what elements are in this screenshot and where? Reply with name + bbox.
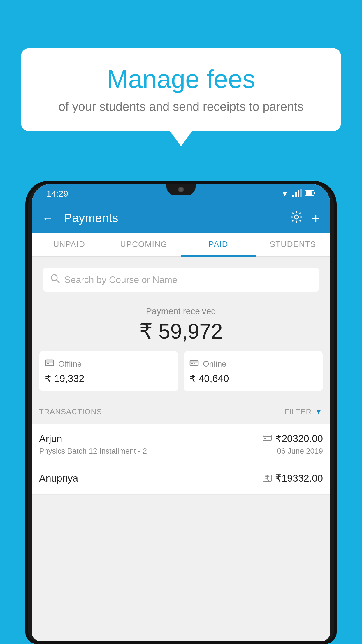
filter-label: FILTER <box>284 407 312 416</box>
tab-paid[interactable]: PAID <box>181 233 256 256</box>
transaction-amount-group-arjun: ₹20320.00 <box>263 433 323 444</box>
transaction-date-arjun: 06 June 2019 <box>277 447 323 456</box>
add-button[interactable]: + <box>312 210 320 227</box>
app-title: Payments <box>64 211 283 225</box>
battery-icon <box>305 189 316 198</box>
svg-rect-6 <box>306 191 312 195</box>
payment-cards: Offline ₹ 19,332 <box>39 351 323 391</box>
phone-vol-down-button <box>25 295 28 324</box>
front-camera <box>178 187 184 192</box>
offline-card: Offline ₹ 19,332 <box>39 351 178 391</box>
svg-rect-5 <box>314 192 315 194</box>
svg-rect-15 <box>191 363 193 364</box>
tab-students[interactable]: STUDENTS <box>256 233 330 256</box>
transaction-detail-arjun: Physics Batch 12 Installment - 2 <box>39 447 147 456</box>
speech-bubble: Manage fees of your students and send re… <box>21 48 341 131</box>
svg-rect-16 <box>194 363 195 364</box>
app-bar: ← Payments + <box>32 204 330 233</box>
transaction-bottom-arjun: Physics Batch 12 Installment - 2 06 June… <box>39 447 323 456</box>
offline-amount: ₹ 19,332 <box>45 372 173 384</box>
transaction-amount-group-anupriya: ₹ ₹19332.00 <box>263 472 323 484</box>
phone-vol-up-button <box>25 260 28 289</box>
transactions-header: TRANSACTIONS FILTER ▼ <box>32 399 330 424</box>
payment-amount: ₹ 59,972 <box>38 319 324 344</box>
svg-rect-13 <box>190 360 198 365</box>
signal-icon <box>292 189 302 199</box>
svg-rect-10 <box>45 360 54 366</box>
payment-summary: Payment received ₹ 59,972 Offline <box>32 298 330 399</box>
phone-frame: 14:29 ▼ <box>25 181 337 644</box>
phone-screen: 14:29 ▼ <box>32 184 330 641</box>
tab-upcoming[interactable]: UPCOMING <box>106 233 181 256</box>
svg-point-7 <box>294 215 298 219</box>
transaction-row-anupriya[interactable]: Anupriya ₹ ₹19332.00 <box>32 464 330 495</box>
offline-card-header: Offline <box>45 358 173 370</box>
online-card-header: Online <box>189 358 317 370</box>
search-icon <box>50 274 60 286</box>
transaction-name-anupriya: Anupriya <box>39 473 78 484</box>
transaction-amount-anupriya: ₹19332.00 <box>275 472 323 484</box>
offline-label: Offline <box>58 359 82 369</box>
svg-rect-17 <box>263 435 271 441</box>
bubble-subtitle: of your students and send receipts to pa… <box>38 100 324 114</box>
transaction-amount-arjun: ₹20320.00 <box>275 433 323 444</box>
transaction-top-anupriya: Anupriya ₹ ₹19332.00 <box>39 472 323 484</box>
online-amount: ₹ 40,640 <box>189 372 317 384</box>
search-placeholder-text: Search by Course or Name <box>64 274 178 285</box>
settings-button[interactable] <box>290 211 303 226</box>
svg-rect-19 <box>264 438 266 439</box>
svg-rect-2 <box>298 190 299 197</box>
online-icon <box>189 358 199 370</box>
status-bar: 14:29 ▼ <box>32 184 330 204</box>
svg-rect-3 <box>300 189 302 197</box>
phone-power-button <box>334 242 337 265</box>
search-bar[interactable]: Search by Course or Name <box>43 268 319 292</box>
offline-icon <box>45 358 54 370</box>
wifi-icon: ▼ <box>281 189 289 198</box>
svg-rect-1 <box>295 192 297 197</box>
filter-icon: ▼ <box>314 407 323 416</box>
online-label: Online <box>203 359 226 369</box>
svg-rect-0 <box>292 195 294 197</box>
bubble-title: Manage fees <box>38 64 324 94</box>
tabs-bar: UNPAID UPCOMING PAID STUDENTS <box>32 233 330 257</box>
notch <box>166 184 196 195</box>
payment-received-label: Payment received <box>38 306 324 316</box>
payment-method-icon-arjun <box>263 434 272 443</box>
back-button[interactable]: ← <box>42 212 54 225</box>
tab-unpaid[interactable]: UNPAID <box>32 233 106 256</box>
transaction-row-arjun[interactable]: Arjun ₹20320.00 Physics Batch 12 Install… <box>32 424 330 464</box>
transaction-name-arjun: Arjun <box>39 433 62 444</box>
app-bar-icons: + <box>290 210 320 227</box>
status-time: 14:29 <box>46 189 68 199</box>
svg-rect-12 <box>47 363 49 364</box>
transactions-label: TRANSACTIONS <box>39 407 102 416</box>
status-icons: ▼ <box>281 189 316 199</box>
transaction-top-arjun: Arjun ₹20320.00 <box>39 433 323 444</box>
online-card: Online ₹ 40,640 <box>184 351 323 391</box>
payment-method-icon-anupriya: ₹ <box>263 475 272 482</box>
svg-line-9 <box>57 280 59 283</box>
filter-button[interactable]: FILTER ▼ <box>284 407 323 416</box>
phone-silent-button <box>25 233 28 251</box>
